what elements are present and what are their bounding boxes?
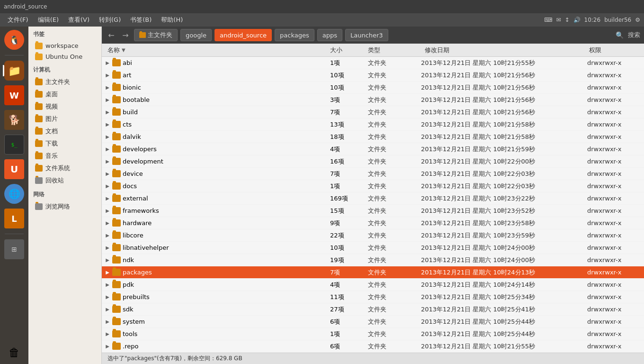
table-row[interactable]: ▶art10项文件夹2013年12月21日 星期六 10时21分56秒drwxr… <box>102 69 644 82</box>
expand-arrow-icon[interactable]: ▶ <box>105 196 110 201</box>
taskbar-gimp[interactable]: 🐕 <box>3 109 26 131</box>
sidebar-item-music[interactable]: 音乐 <box>30 150 99 162</box>
table-row[interactable]: ▶.repo6项文件夹2013年12月21日 星期六 10时21分55秒drwx… <box>102 340 644 353</box>
sidebar-item-pictures[interactable]: 图片 <box>30 113 99 125</box>
expand-arrow-icon[interactable]: ▶ <box>105 307 110 312</box>
breadcrumb-google[interactable]: google <box>180 29 212 41</box>
expand-arrow-icon[interactable]: ▶ <box>105 344 110 349</box>
table-row[interactable]: ▶bootable3项文件夹2013年12月21日 星期六 10时21分56秒d… <box>102 94 644 106</box>
sidebar-item-ubuntu-one[interactable]: Ubuntu One <box>30 52 99 62</box>
table-row[interactable]: ▶packages7项文件夹2013年12月21日 星期六 10时24分13秒d… <box>102 266 644 279</box>
expand-arrow-icon[interactable]: ▶ <box>105 319 110 324</box>
taskbar-libreoffice[interactable]: L <box>3 207 26 230</box>
table-row[interactable]: ▶ndk19项文件夹2013年12月21日 星期六 10时24分00秒drwxr… <box>102 254 644 266</box>
expand-arrow-icon[interactable]: ▶ <box>105 97 110 102</box>
username: builder56 <box>604 17 631 23</box>
expand-arrow-icon[interactable]: ▶ <box>105 183 110 189</box>
expand-arrow-icon[interactable]: ▶ <box>105 122 110 127</box>
menu-file[interactable]: 文件(F) <box>4 15 32 25</box>
sidebar-item-downloads[interactable]: 下载 <box>30 138 99 149</box>
sidebar-item-workspace[interactable]: workspace <box>30 41 99 51</box>
file-date: 2013年12月21日 星期六 10时21分59秒 <box>421 145 585 154</box>
table-row[interactable]: ▶abi1项文件夹2013年12月21日 星期六 10时21分55秒drwxrw… <box>102 57 644 69</box>
settings-icon[interactable]: ⚙ <box>635 17 640 23</box>
col-header-type[interactable]: 类型 <box>364 46 421 55</box>
expand-arrow-icon[interactable]: ▶ <box>105 85 110 90</box>
expand-arrow-icon[interactable]: ▶ <box>105 73 110 78</box>
table-row[interactable]: ▶docs1项文件夹2013年12月21日 星期六 10时22分03秒drwxr… <box>102 180 644 192</box>
menu-view[interactable]: 查看(V) <box>64 15 93 25</box>
table-row[interactable]: ▶cts13项文件夹2013年12月21日 星期六 10时21分58秒drwxr… <box>102 118 644 131</box>
taskbar-workspace[interactable]: ⊞ <box>3 238 26 261</box>
table-row[interactable]: ▶developers4项文件夹2013年12月21日 星期六 10时21分59… <box>102 143 644 155</box>
table-row[interactable]: ▶hardware9项文件夹2013年12月21日 星期六 10时23分58秒d… <box>102 217 644 229</box>
file-name: bootable <box>123 96 150 103</box>
expand-arrow-icon[interactable]: ▶ <box>105 171 110 176</box>
table-row[interactable]: ▶tools1项文件夹2013年12月21日 星期六 10时25分44秒drwx… <box>102 328 644 340</box>
breadcrumb-home[interactable]: 主文件夹 <box>134 29 178 41</box>
sidebar-item-documents[interactable]: 文档 <box>30 126 99 137</box>
menu-go[interactable]: 转到(G) <box>95 15 125 25</box>
table-row[interactable]: ▶development16项文件夹2013年12月21日 星期六 10时22分… <box>102 155 644 168</box>
table-row[interactable]: ▶dalvik18项文件夹2013年12月21日 星期六 10时21分58秒dr… <box>102 131 644 143</box>
taskbar-writer[interactable]: W <box>3 84 26 107</box>
breadcrumb-android-source[interactable]: android_source <box>215 29 272 41</box>
sidebar-item-browse-network[interactable]: 浏览网络 <box>30 201 99 212</box>
table-row[interactable]: ▶frameworks15项文件夹2013年12月21日 星期六 10时23分5… <box>102 205 644 217</box>
expand-arrow-icon[interactable]: ▶ <box>105 294 110 300</box>
search-button[interactable]: 🔍 <box>614 29 625 41</box>
sidebar-network-label: 浏览网络 <box>45 202 70 211</box>
table-row[interactable]: ▶sdk27项文件夹2013年12月21日 星期六 10时25分41秒drwxr… <box>102 303 644 316</box>
expand-arrow-icon[interactable]: ▶ <box>105 159 110 164</box>
table-row[interactable]: ▶libcore22项文件夹2013年12月21日 星期六 10时23分59秒d… <box>102 229 644 242</box>
taskbar-terminal[interactable]: $_ <box>3 133 26 156</box>
table-row[interactable]: ▶device7项文件夹2013年12月21日 星期六 10时22分03秒drw… <box>102 168 644 180</box>
menu-help[interactable]: 帮助(H) <box>157 15 187 25</box>
table-row[interactable]: ▶external169项文件夹2013年12月21日 星期六 10时23分22… <box>102 192 644 205</box>
taskbar-chromium[interactable]: 🌐 <box>3 182 26 205</box>
breadcrumb-packages[interactable]: packages <box>275 29 314 41</box>
table-row[interactable]: ▶pdk4项文件夹2013年12月21日 星期六 10时24分14秒drwxrw… <box>102 279 644 291</box>
menu-edit[interactable]: 编辑(E) <box>34 15 63 25</box>
table-row[interactable]: ▶system6项文件夹2013年12月21日 星期六 10时25分44秒drw… <box>102 316 644 328</box>
breadcrumb-apps[interactable]: apps <box>317 29 342 41</box>
search-label[interactable]: 搜索 <box>628 31 640 39</box>
taskbar-ubuntu[interactable]: 🐧 <box>3 28 26 51</box>
col-header-modified[interactable]: 修改日期 <box>421 46 585 55</box>
breadcrumb-launcher3[interactable]: Launcher3 <box>345 29 388 41</box>
expand-arrow-icon[interactable]: ▶ <box>105 233 110 238</box>
forward-button[interactable]: → <box>120 29 131 41</box>
sidebar-item-desktop[interactable]: 桌面 <box>30 89 99 100</box>
file-type: 文件夹 <box>364 108 421 117</box>
expand-arrow-icon[interactable]: ▶ <box>105 109 110 115</box>
expand-arrow-icon[interactable]: ▶ <box>105 257 110 263</box>
taskbar-unity[interactable]: U <box>3 158 26 181</box>
expand-arrow-icon[interactable]: ▶ <box>105 245 110 250</box>
menu-bookmarks[interactable]: 书签(B) <box>126 15 155 25</box>
sidebar-item-home[interactable]: 主文件夹 <box>30 76 99 88</box>
expand-arrow-icon[interactable]: ▶ <box>105 60 110 65</box>
file-date: 2013年12月21日 星期六 10时25分34秒 <box>421 293 585 301</box>
col-header-size[interactable]: 大小 <box>326 46 364 55</box>
taskbar-files[interactable]: 📁 <box>3 59 26 82</box>
table-row[interactable]: ▶bionic10项文件夹2013年12月21日 星期六 10时21分56秒dr… <box>102 82 644 94</box>
table-row[interactable]: ▶prebuilts11项文件夹2013年12月21日 星期六 10时25分34… <box>102 291 644 303</box>
expand-arrow-icon[interactable]: ▶ <box>105 208 110 213</box>
back-button[interactable]: ← <box>106 29 117 41</box>
table-row[interactable]: ▶libnativehelper10项文件夹2013年12月21日 星期六 10… <box>102 242 644 254</box>
file-permissions: drwxrwxr-x <box>585 182 642 190</box>
col-header-permissions[interactable]: 权限 <box>585 46 642 55</box>
col-header-name[interactable]: 名称 ▼ <box>104 46 326 55</box>
expand-arrow-icon[interactable]: ▶ <box>105 220 110 226</box>
expand-arrow-icon[interactable]: ▶ <box>105 270 110 275</box>
sidebar-ubuntu-one-label: Ubuntu One <box>45 53 82 60</box>
expand-arrow-icon[interactable]: ▶ <box>105 331 110 337</box>
sidebar-item-filesystem[interactable]: 文件系统 <box>30 163 99 174</box>
table-row[interactable]: ▶build7项文件夹2013年12月21日 星期六 10时21分56秒drwx… <box>102 106 644 118</box>
sidebar-item-videos[interactable]: 视频 <box>30 101 99 112</box>
sidebar-item-trash[interactable]: 回收站 <box>30 175 99 186</box>
expand-arrow-icon[interactable]: ▶ <box>105 146 110 152</box>
expand-arrow-icon[interactable]: ▶ <box>105 282 110 287</box>
expand-arrow-icon[interactable]: ▶ <box>105 134 110 139</box>
taskbar-trash[interactable]: 🗑 <box>3 341 26 364</box>
